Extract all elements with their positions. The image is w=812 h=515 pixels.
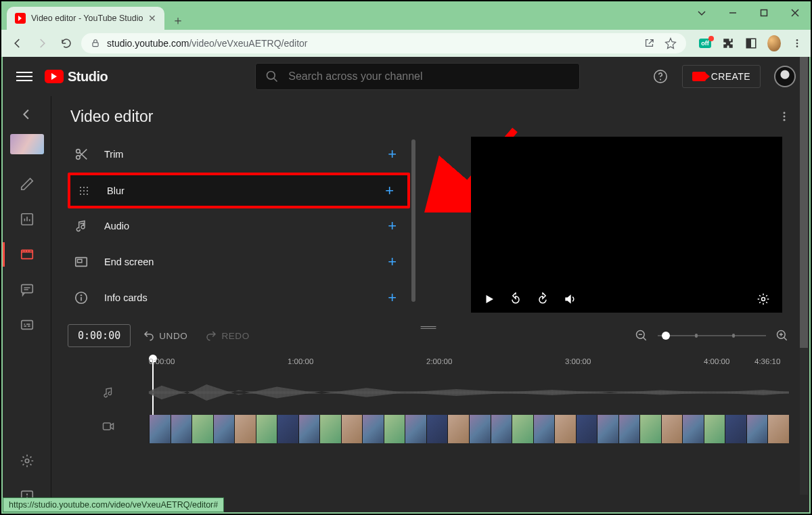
create-button[interactable]: CREATE — [682, 65, 761, 88]
create-video-icon — [692, 72, 706, 81]
player-settings-button[interactable] — [757, 292, 770, 306]
tool-label: Audio — [104, 221, 129, 231]
tool-label: Info cards — [104, 292, 148, 303]
rail-details-icon[interactable] — [3, 168, 51, 200]
endscreen-icon — [73, 254, 89, 270]
music-note-icon — [73, 218, 89, 234]
extensions-puzzle-icon[interactable] — [721, 37, 735, 50]
logo-text: Studio — [68, 69, 108, 85]
video-thumbnail[interactable] — [10, 134, 44, 154]
window-dropdown-icon[interactable] — [686, 3, 717, 23]
youtube-favicon-icon — [15, 13, 26, 24]
search-placeholder: Search across your channel — [288, 70, 422, 83]
add-endscreen-button[interactable]: + — [388, 253, 397, 271]
timeline-ruler[interactable]: 0:00:00 1:00:00 2:00:00 3:00:00 4:00:00 … — [149, 357, 789, 376]
account-avatar[interactable] — [774, 66, 796, 87]
rail-settings-icon[interactable] — [3, 445, 51, 477]
extension-off-icon[interactable]: off — [698, 37, 712, 50]
share-icon[interactable] — [644, 37, 655, 49]
tool-list: Trim + Blur + Audio + — [51, 137, 410, 316]
reload-button[interactable] — [57, 34, 76, 53]
svg-point-30 — [87, 193, 88, 194]
volume-button[interactable] — [563, 292, 577, 306]
redo-button[interactable]: REDO — [200, 330, 254, 342]
zoom-out-button[interactable] — [635, 329, 648, 342]
svg-point-24 — [87, 186, 88, 187]
svg-point-7 — [267, 72, 275, 80]
close-tab-icon[interactable]: ✕ — [148, 14, 156, 23]
svg-rect-0 — [761, 10, 767, 16]
video-track[interactable] — [68, 409, 789, 443]
window-maximize-button[interactable] — [748, 3, 780, 23]
video-track-icon — [68, 420, 149, 433]
svg-point-18 — [784, 116, 786, 118]
tool-blur[interactable]: Blur + — [68, 173, 410, 208]
rail-subtitles-icon[interactable] — [3, 309, 51, 341]
rail-analytics-icon[interactable] — [3, 203, 51, 236]
url-path: /video/veVxeuAETRQ/editor — [189, 38, 307, 49]
ruler-tick: 1:00:00 — [288, 357, 313, 365]
undo-button[interactable]: UNDO — [137, 330, 193, 342]
bookmark-star-icon[interactable] — [664, 37, 677, 49]
undo-label: UNDO — [159, 331, 187, 341]
help-icon[interactable] — [652, 68, 669, 85]
svg-rect-12 — [21, 285, 32, 293]
svg-point-29 — [83, 193, 85, 194]
svg-point-21 — [76, 156, 81, 160]
redo-label: REDO — [221, 331, 249, 341]
tool-trim[interactable]: Trim + — [68, 137, 410, 173]
rewind-10-button[interactable] — [509, 292, 522, 306]
lock-icon — [91, 39, 100, 48]
browser-tab[interactable]: Video editor - YouTube Studio ✕ — [7, 7, 164, 30]
new-tab-button[interactable]: ＋ — [168, 11, 187, 30]
current-time-display[interactable]: 0:00:00 — [68, 324, 131, 347]
chrome-menu-icon[interactable] — [790, 37, 804, 50]
add-trim-button[interactable]: + — [388, 145, 397, 163]
audio-track-icon — [68, 386, 149, 399]
tool-endscreen[interactable]: End screen + — [68, 244, 410, 280]
reading-list-icon[interactable] — [744, 37, 758, 50]
back-button[interactable] — [8, 34, 27, 53]
browser-toolbar: studio.youtube.com/video/veVxeuAETRQ/edi… — [1, 30, 811, 57]
page-more-menu-icon[interactable] — [778, 110, 790, 122]
svg-rect-39 — [104, 423, 111, 430]
panel-drag-handle-icon[interactable]: ══ — [421, 321, 436, 334]
hamburger-menu-icon[interactable] — [16, 68, 32, 85]
svg-rect-1 — [93, 43, 98, 47]
zoom-in-button[interactable] — [775, 329, 789, 342]
profile-avatar[interactable] — [767, 37, 781, 50]
page-title: Video editor — [70, 108, 153, 126]
add-audio-button[interactable]: + — [388, 217, 397, 235]
back-to-channel-button[interactable] — [14, 102, 40, 127]
play-button[interactable] — [483, 293, 495, 305]
forward-button[interactable] — [32, 34, 51, 53]
svg-rect-13 — [21, 321, 32, 330]
rail-comments-icon[interactable] — [3, 273, 51, 306]
forward-10-button[interactable] — [536, 292, 549, 306]
video-preview[interactable] — [471, 137, 782, 313]
window-minimize-button[interactable] — [717, 3, 748, 23]
audio-track[interactable] — [68, 378, 789, 407]
ruler-tick: 0:00:00 — [149, 357, 175, 365]
add-blur-button[interactable]: + — [385, 182, 394, 200]
tool-audio[interactable]: Audio + — [68, 208, 410, 244]
window-close-button[interactable] — [780, 3, 811, 23]
add-infocards-button[interactable]: + — [388, 289, 397, 307]
rail-editor-icon[interactable] — [3, 238, 51, 271]
svg-point-34 — [81, 294, 82, 296]
tool-list-scrollbar[interactable] — [411, 139, 415, 302]
search-input[interactable]: Search across your channel — [255, 63, 580, 90]
youtube-studio-app: Studio Search across your channel CREATE — [3, 57, 809, 512]
svg-point-6 — [796, 45, 798, 47]
svg-point-28 — [80, 193, 81, 194]
youtube-logo-icon — [45, 70, 64, 83]
editor-content: Video editor Trim + Bl — [51, 96, 809, 512]
player-controls — [471, 286, 782, 313]
tool-infocards[interactable]: Info cards + — [68, 280, 410, 316]
studio-logo[interactable]: Studio — [45, 69, 108, 85]
zoom-slider[interactable] — [658, 335, 766, 336]
address-bar[interactable]: studio.youtube.com/video/veVxeuAETRQ/edi… — [81, 33, 686, 53]
create-label: CREATE — [711, 71, 750, 82]
video-clips — [149, 415, 789, 438]
tool-label: End screen — [104, 256, 154, 267]
